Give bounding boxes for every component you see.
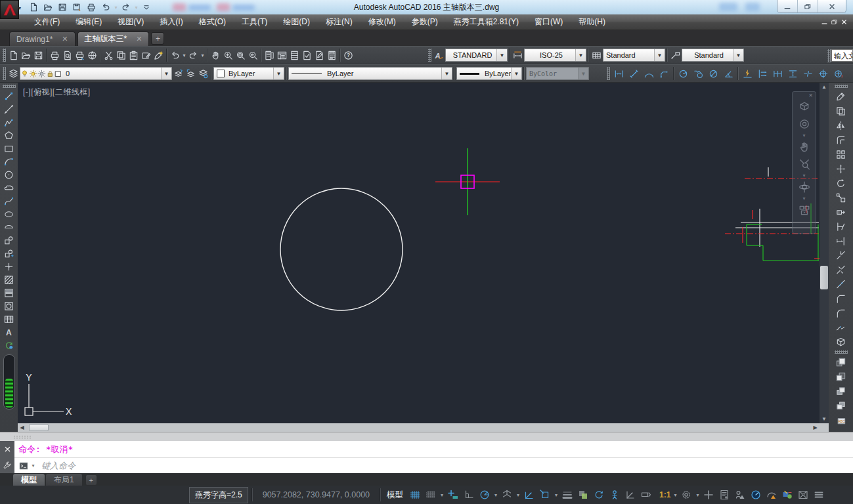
3d-object-snap-toggle[interactable] <box>607 487 623 503</box>
command-input-line[interactable]: ▾ 键入命令 <box>14 457 853 473</box>
dynamic-ucs-toggle[interactable] <box>623 487 638 503</box>
dim-style-button[interactable] <box>512 47 524 63</box>
units-button[interactable] <box>716 487 732 503</box>
chevron-down-icon[interactable]: ▼ <box>496 49 507 61</box>
mleader-style-button[interactable] <box>669 47 682 63</box>
menu-item-1[interactable]: 文件(F) <box>26 14 68 30</box>
selection-cycling-toggle[interactable] <box>591 487 607 503</box>
block-editor-button[interactable] <box>140 47 152 63</box>
dim-break-button[interactable] <box>800 66 816 81</box>
dim-radius-button[interactable] <box>676 66 691 81</box>
join-button[interactable] <box>833 277 849 291</box>
publish-button[interactable] <box>86 47 98 63</box>
zoom-window-button[interactable] <box>234 47 247 63</box>
menu-item-3[interactable]: 视图(V) <box>110 14 152 30</box>
autocad-logo-icon[interactable] <box>0 0 19 19</box>
snap-toggle[interactable] <box>423 487 439 503</box>
region-button[interactable] <box>1 299 17 312</box>
polyline-button[interactable] <box>1 116 17 129</box>
add-selected-button[interactable] <box>1 339 17 352</box>
dim-angular-button[interactable] <box>721 66 736 81</box>
chevron-down-icon[interactable]: ▼ <box>273 68 284 79</box>
menu-item-9[interactable]: 修改(M) <box>361 14 404 30</box>
chevron-down-icon[interactable]: ▼ <box>441 68 452 79</box>
table-style-combo[interactable]: Standard ▼ <box>603 49 665 62</box>
bring-above-button[interactable] <box>833 384 849 398</box>
save-button[interactable] <box>32 47 45 63</box>
menu-item-11[interactable]: 燕秀工具箱2.81(Y) <box>446 14 527 30</box>
plot-button[interactable] <box>49 47 61 63</box>
customization-button[interactable] <box>811 487 827 503</box>
chevron-down-icon[interactable]: ▼ <box>733 49 743 61</box>
layout-tab-layout1[interactable]: 布局1 <box>46 474 82 486</box>
chevron-down-icon[interactable]: ▼ <box>511 68 521 79</box>
save-as-button[interactable] <box>70 1 84 14</box>
menu-item-6[interactable]: 工具(T) <box>234 14 275 30</box>
mdi-close-button[interactable] <box>841 16 848 28</box>
text-to-front-button[interactable]: ABC <box>833 413 849 427</box>
close-tab-icon[interactable]: ✕ <box>62 35 68 43</box>
showmotion-button[interactable] <box>797 201 812 219</box>
menu-item-7[interactable]: 绘图(D) <box>275 14 318 30</box>
hardware-acceleration-button[interactable] <box>779 487 795 503</box>
mirror-button[interactable] <box>833 118 849 133</box>
properties-button[interactable] <box>263 47 276 63</box>
yanxiu-text-height-button[interactable]: 燕秀字高=2.5 <box>189 487 248 503</box>
revision-cloud-button[interactable] <box>1 181 17 194</box>
dim-tolerance-button[interactable] <box>816 66 831 81</box>
menu-item-5[interactable]: 格式(O) <box>191 14 234 30</box>
chevron-down-icon[interactable]: ▾ <box>492 492 499 498</box>
chevron-down-icon[interactable]: ▾ <box>30 463 36 469</box>
layer-previous-button[interactable] <box>185 66 197 81</box>
zoom-realtime-button[interactable] <box>222 47 234 63</box>
scroll-left-icon[interactable]: ◀ <box>18 423 26 432</box>
plot-preview-button[interactable] <box>61 47 74 63</box>
command-window-grip[interactable] <box>0 432 853 442</box>
copy-object-button[interactable] <box>833 104 849 118</box>
chevron-down-icon[interactable]: ▾ <box>133 5 139 10</box>
chevron-down-icon[interactable]: ▾ <box>200 52 206 58</box>
match-properties-button[interactable] <box>152 47 165 63</box>
lineweight-combo[interactable]: ByLayer ▼ <box>456 67 522 80</box>
pan-button[interactable] <box>209 47 222 63</box>
stretch-button[interactable] <box>833 205 849 219</box>
qnew-button[interactable] <box>7 47 20 63</box>
dim-linear-button[interactable] <box>611 66 626 81</box>
chevron-down-icon[interactable]: ▾ <box>694 492 701 498</box>
menu-item-10[interactable]: 参数(P) <box>404 14 446 30</box>
coordinates-readout[interactable]: 9057.2082, 730.9477, 0.0000 <box>255 490 378 499</box>
layout-tab-model[interactable]: 模型 <box>13 474 45 486</box>
paste-button[interactable] <box>127 47 140 63</box>
text-style-button[interactable]: A <box>433 47 445 63</box>
menu-item-4[interactable]: 插入(I) <box>152 14 190 30</box>
infer-constraints-toggle[interactable] <box>445 487 461 503</box>
chevron-down-icon[interactable]: ▼ <box>575 49 586 61</box>
scroll-up-icon[interactable]: ▲ <box>820 83 829 91</box>
chevron-down-icon[interactable]: ▾ <box>801 133 807 138</box>
infocenter-search-input[interactable]: 输入文 <box>831 49 853 62</box>
vertical-scrollbar[interactable]: ▲ ▼ <box>820 83 829 423</box>
layer-combo[interactable]: 0 ▼ <box>20 67 172 80</box>
sheet-set-manager-button[interactable] <box>301 47 313 63</box>
command-prompt-button[interactable] <box>17 458 30 474</box>
spline-button[interactable] <box>1 194 17 207</box>
horizontal-scrollbar[interactable]: ◀ ▶ <box>18 423 820 432</box>
dim-quick-button[interactable] <box>740 66 755 81</box>
text-style-combo[interactable]: STANDARD ▼ <box>445 49 508 62</box>
send-under-button[interactable] <box>833 398 849 413</box>
toolbar-grip[interactable] <box>3 67 6 80</box>
isolate-objects-button[interactable] <box>764 487 779 503</box>
copy-button[interactable] <box>115 47 127 63</box>
dynamic-input-toggle[interactable] <box>638 487 654 503</box>
undo-button[interactable] <box>98 1 113 14</box>
circle-button[interactable] <box>1 168 17 181</box>
layer-properties-button[interactable] <box>7 66 20 81</box>
redo-button[interactable] <box>119 1 133 14</box>
toolbar-grip[interactable] <box>607 67 610 80</box>
chevron-down-icon[interactable]: ▾ <box>553 492 559 498</box>
tool-palettes-button[interactable] <box>288 47 301 63</box>
linetype-combo[interactable]: ByLayer ▼ <box>288 67 452 80</box>
batch-plot-button[interactable] <box>74 47 86 63</box>
array-button[interactable] <box>833 147 849 161</box>
toolbar-grip[interactable] <box>835 85 848 88</box>
